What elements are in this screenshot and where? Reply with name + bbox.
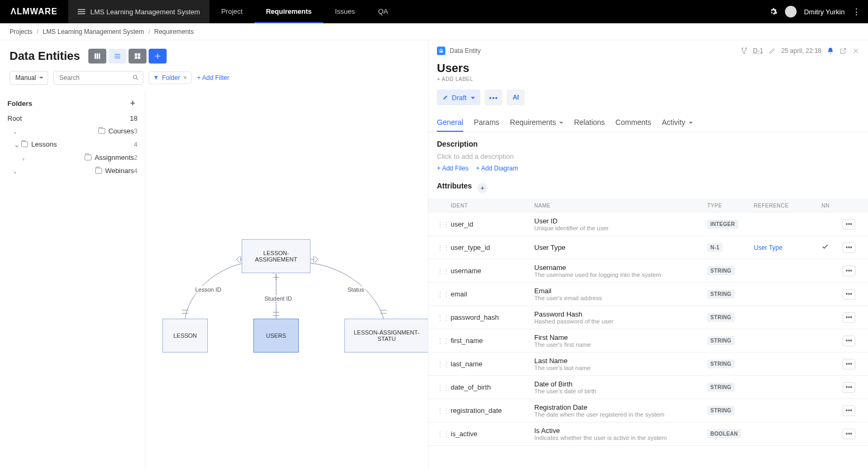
attr-more-button[interactable]: ••• — [843, 405, 855, 416]
entity-lesson[interactable]: LESSON — [162, 319, 208, 353]
folder-icon — [98, 128, 105, 134]
attr-ident: user_id — [451, 220, 530, 228]
tab-activity[interactable]: Activity — [662, 114, 692, 132]
page-title: Data Entities — [10, 49, 80, 63]
attr-row: ⋮⋮ user_id User IDUnique identifier of t… — [428, 213, 868, 236]
breadcrumb-project[interactable]: LMS Learning Management System — [43, 28, 144, 35]
add-entity-button[interactable] — [149, 49, 167, 64]
entity-lesson-assignment[interactable]: LESSON-ASSIGNEMENT — [242, 239, 310, 273]
drag-handle-icon[interactable]: ⋮⋮ — [437, 360, 446, 368]
attr-more-button[interactable]: ••• — [843, 242, 855, 253]
drag-handle-icon[interactable]: ⋮⋮ — [437, 267, 446, 275]
add-files-link[interactable]: + Add Files — [437, 165, 469, 172]
breadcrumb-projects[interactable]: Projects — [10, 28, 32, 35]
more-icon[interactable]: ⋮ — [852, 7, 861, 17]
drag-handle-icon[interactable]: ⋮⋮ — [437, 314, 446, 321]
attr-type: INTEGER — [707, 220, 750, 229]
description-title: Description — [437, 140, 860, 148]
attr-more-button[interactable]: ••• — [843, 382, 855, 393]
svg-point-0 — [134, 75, 137, 79]
attr-more-button[interactable]: ••• — [843, 336, 855, 346]
folder-lessons[interactable]: Lessons 4 — [0, 138, 145, 151]
branch-icon[interactable] — [741, 47, 748, 55]
ai-button[interactable]: AI — [507, 89, 525, 105]
breadcrumb: Projects / LMS Learning Management Syste… — [0, 23, 868, 40]
filter-folder-chip[interactable]: Folder × — [149, 71, 191, 84]
folder-assignments[interactable]: Assignments 2 — [0, 151, 145, 164]
entity-users[interactable]: USERS — [253, 319, 299, 353]
top-nav: ProjectRequirementsIssuesQA — [209, 0, 400, 23]
project-name: LMS Learning Management System — [90, 8, 200, 16]
folder-courses[interactable]: Courses 3 — [0, 124, 145, 138]
attr-reference[interactable]: User Type — [754, 243, 817, 251]
attr-row: ⋮⋮ user_type_id User Type N-1 User Type … — [428, 236, 868, 259]
attr-type: N-1 — [707, 243, 750, 252]
search-icon — [132, 74, 139, 81]
attr-type: STRING — [707, 290, 750, 299]
attr-ident: user_type_id — [451, 243, 530, 251]
attr-type: STRING — [707, 406, 750, 415]
diagram-canvas[interactable]: LESSON-ASSIGNEMENT LESSON USERS LESSON-A… — [145, 91, 428, 469]
user-avatar[interactable] — [785, 6, 797, 17]
entity-id[interactable]: D-1 — [753, 47, 763, 55]
menu-icon — [78, 9, 85, 14]
drag-handle-icon[interactable]: ⋮⋮ — [437, 430, 446, 438]
add-folder-button[interactable]: + — [128, 98, 138, 108]
topnav-issues[interactable]: Issues — [323, 0, 367, 23]
close-icon[interactable] — [852, 47, 860, 55]
breadcrumb-current[interactable]: Requirements — [154, 28, 194, 35]
bell-icon[interactable] — [827, 47, 834, 55]
attr-more-button[interactable]: ••• — [843, 312, 855, 323]
view-list-button[interactable] — [108, 49, 126, 64]
description-placeholder[interactable]: Click to add a description — [437, 152, 860, 160]
tab-relations[interactable]: Relations — [574, 114, 605, 132]
attr-name: EmailThe user's email address — [534, 287, 703, 301]
drag-handle-icon[interactable]: ⋮⋮ — [437, 337, 446, 345]
open-external-icon[interactable] — [839, 47, 847, 55]
entity-lesson-assignment-status[interactable]: LESSON-ASSIGNMENT-STATU — [344, 319, 428, 353]
attr-row: ⋮⋮ registration_date Registration DateTh… — [428, 399, 868, 422]
chevron-right-icon — [22, 155, 83, 160]
status-dropdown[interactable]: Draft — [437, 89, 480, 105]
attr-more-button[interactable]: ••• — [843, 359, 855, 369]
entity-date: 25 april, 22:18 — [781, 47, 821, 55]
tab-params[interactable]: Params — [474, 114, 499, 132]
settings-icon[interactable] — [769, 7, 778, 16]
tab-general[interactable]: General — [437, 114, 463, 132]
attr-type: STRING — [707, 336, 750, 345]
topnav-project[interactable]: Project — [209, 0, 254, 23]
root-folder[interactable]: Root — [7, 114, 22, 122]
tab-comments[interactable]: Comments — [616, 114, 652, 132]
topnav-requirements[interactable]: Requirements — [254, 0, 324, 23]
tab-requirements[interactable]: Requirements — [510, 114, 563, 132]
filter-folder-clear[interactable]: × — [183, 74, 187, 82]
drag-handle-icon[interactable]: ⋮⋮ — [437, 384, 446, 391]
search-input[interactable] — [53, 71, 143, 85]
drag-handle-icon[interactable]: ⋮⋮ — [437, 244, 446, 251]
drag-handle-icon[interactable]: ⋮⋮ — [437, 407, 446, 414]
attr-more-button[interactable]: ••• — [843, 429, 855, 439]
attr-more-button[interactable]: ••• — [843, 219, 855, 230]
attr-type: STRING — [707, 383, 750, 392]
drag-handle-icon[interactable]: ⋮⋮ — [437, 291, 446, 298]
add-diagram-link[interactable]: + Add Diagram — [476, 165, 518, 172]
add-label-link[interactable]: + ADD LABEL — [428, 76, 868, 89]
funnel-icon — [153, 75, 159, 80]
chevron-down-icon — [14, 142, 19, 147]
add-filter-link[interactable]: + Add Filter — [197, 74, 229, 82]
folder-icon — [21, 141, 28, 147]
entity-type-label: Data Entity — [450, 47, 481, 55]
more-actions-button[interactable]: ••• — [485, 89, 502, 105]
folder-webinars[interactable]: Webinars 4 — [0, 164, 145, 177]
view-columns-button[interactable] — [88, 49, 106, 64]
mode-select[interactable]: Manual — [10, 71, 48, 85]
attr-more-button[interactable]: ••• — [843, 266, 855, 276]
view-grid-button[interactable] — [129, 49, 147, 64]
edit-icon[interactable] — [769, 47, 776, 55]
add-attribute-button[interactable]: + — [477, 183, 488, 193]
drag-handle-icon[interactable]: ⋮⋮ — [437, 221, 446, 228]
project-switcher[interactable]: LMS Learning Management System — [68, 0, 209, 23]
topnav-qa[interactable]: QA — [367, 0, 400, 23]
attr-more-button[interactable]: ••• — [843, 289, 855, 300]
entity-title[interactable]: Users — [428, 57, 868, 76]
